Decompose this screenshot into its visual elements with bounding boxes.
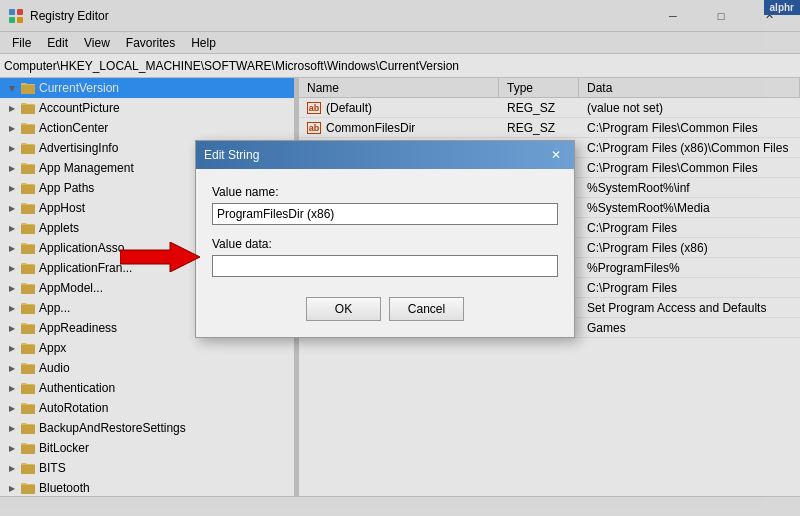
- dialog-close-button[interactable]: ✕: [546, 145, 566, 165]
- value-data-label: Value data:: [212, 237, 558, 251]
- modal-overlay: Edit String ✕ Value name: Value data: OK…: [0, 0, 800, 516]
- value-name-label: Value name:: [212, 185, 558, 199]
- dialog-buttons: OK Cancel: [212, 297, 558, 321]
- value-data-input[interactable]: [212, 255, 558, 277]
- dialog-title: Edit String: [204, 148, 259, 162]
- edit-string-dialog: Edit String ✕ Value name: Value data: OK…: [195, 140, 575, 338]
- cancel-button[interactable]: Cancel: [389, 297, 464, 321]
- value-name-input[interactable]: [212, 203, 558, 225]
- dialog-title-bar: Edit String ✕: [196, 141, 574, 169]
- ok-button[interactable]: OK: [306, 297, 381, 321]
- dialog-body: Value name: Value data: OK Cancel: [196, 169, 574, 337]
